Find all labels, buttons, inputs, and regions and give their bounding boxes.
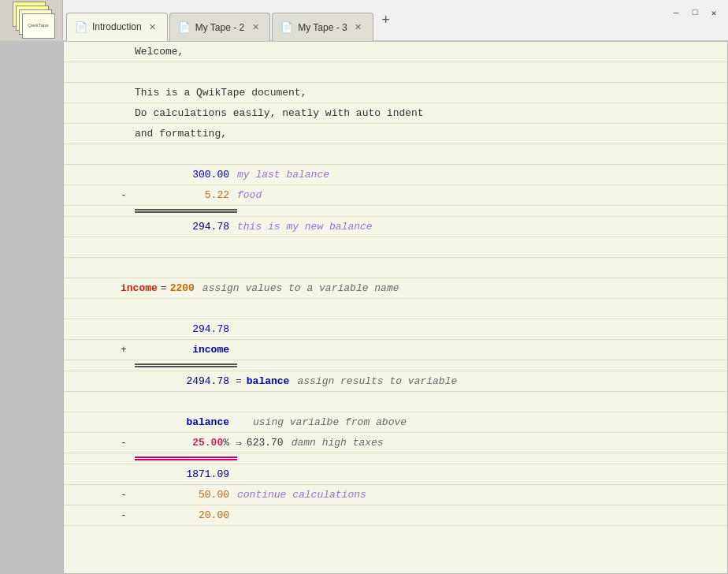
val-187109: 1871.09 [64, 468, 229, 480]
double-rule-pink [135, 457, 237, 460]
line-balance-ref: balance using varialbe from above [64, 412, 727, 433]
title-bar: QwikTape QwikTape QwikTape QwikTape 📄 In… [0, 0, 728, 41]
comment-last-balance: my last balance [237, 169, 329, 181]
val-522: 5.22 [64, 189, 229, 201]
comment-food: food [237, 189, 262, 201]
val-300: 300.00 [64, 169, 229, 181]
val-29478: 294.78 [64, 221, 229, 233]
comment-continue: continue calculations [237, 489, 366, 501]
line-desc2: Do calculations easily, neatly with auto… [64, 103, 727, 124]
line-rule-1 [64, 206, 727, 217]
comment-assign-result: assign results to variable [297, 375, 457, 387]
tab-my-tape-3[interactable]: 📄 My Tape - 3 ✕ [272, 13, 373, 41]
varname-income: income [121, 282, 158, 294]
tab-close-0[interactable]: ✕ [147, 20, 159, 33]
line-522: - 5.22 food [64, 185, 727, 206]
tab-doc-icon-2: 📄 [280, 21, 293, 33]
add-tab-button[interactable]: + [375, 9, 397, 32]
line-empty-2 [64, 144, 727, 165]
val-25pct-group: 25.00% [64, 437, 229, 449]
line-desc3: and formatting, [64, 124, 727, 144]
op-plus-1: + [121, 344, 127, 356]
tab-label-0: Introduction [92, 21, 142, 32]
eq-sign-income: = [161, 282, 167, 294]
document-area: ⚙ Welcome, This is a QwikTape document, … [63, 41, 728, 574]
op-minus-1: - [121, 189, 127, 201]
line-29478b: 294.78 [64, 319, 727, 340]
line-empty-6 [64, 392, 727, 412]
line-2000: - 20.00 [64, 505, 727, 526]
tab-close-1[interactable]: ✕ [249, 21, 262, 34]
op-minus-2: - [121, 437, 127, 449]
varref-income: income [64, 344, 229, 356]
line-187109: 1871.09 [64, 464, 727, 485]
op-minus-4: - [121, 509, 127, 521]
line-empty-1 [64, 62, 727, 83]
comment-using-var: using varialbe from above [253, 416, 407, 428]
close-button[interactable]: ✕ [708, 6, 720, 19]
op-minus-3: - [121, 489, 127, 501]
val-249478: 2494.78 [64, 375, 229, 387]
val-25: 25.00 [192, 437, 223, 449]
tabs-area: 📄 Introduction ✕ 📄 My Tape - 2 ✕ 📄 My Ta… [63, 0, 728, 40]
line-income-assign: income = 2200 assign values to a variabl… [64, 278, 727, 299]
text-desc3: and formatting, [135, 128, 227, 140]
tab-doc-icon-0: 📄 [75, 21, 87, 33]
varname-balance: balance [247, 375, 290, 387]
maximize-button[interactable]: □ [689, 6, 701, 19]
app-icon: QwikTape QwikTape QwikTape QwikTape [13, 2, 50, 39]
val-2000: 20.00 [64, 509, 229, 521]
tab-my-tape-2[interactable]: 📄 My Tape - 2 ✕ [169, 13, 270, 41]
val-62370: 623.70 [247, 437, 284, 449]
tab-introduction[interactable]: 📄 Introduction ✕ [66, 13, 168, 41]
varref-balance: balance [64, 416, 229, 428]
comment-new-balance: this is my new balance [237, 221, 373, 233]
document-content: Welcome, This is a QwikTape document, Do… [64, 42, 727, 526]
line-empty-4 [64, 258, 727, 278]
comment-taxes: damn high taxes [292, 437, 384, 449]
val-5000: 50.00 [64, 489, 229, 501]
eq-result: = [236, 375, 242, 387]
line-300: 300.00 my last balance [64, 165, 727, 185]
line-plus-income: + income [64, 340, 727, 360]
comment-assign-income: assign values to a variable name [202, 282, 399, 294]
tab-doc-icon-1: 📄 [178, 21, 191, 33]
window-controls: — □ ✕ [670, 6, 720, 19]
text-desc2: Do calculations easily, neatly with auto… [135, 107, 424, 119]
line-desc1: This is a QwikTape document, [64, 83, 727, 103]
text-desc1: This is a QwikTape document, [135, 87, 306, 99]
arrow-sign: ⇒ [236, 437, 242, 449]
val-2200: 2200 [170, 282, 195, 294]
line-5000: - 50.00 continue calculations [64, 485, 727, 505]
line-25pct: - 25.00% ⇒ 623.70 damn high taxes [64, 433, 727, 453]
line-empty-5 [64, 299, 727, 319]
line-29478: 294.78 this is my new balance [64, 217, 727, 237]
tab-label-1: My Tape - 2 [195, 22, 244, 33]
text-welcome: Welcome, [135, 46, 184, 58]
line-rule-2 [64, 360, 727, 371]
double-rule-1 [135, 209, 237, 213]
line-249478: 2494.78 = balance assign results to vari… [64, 371, 727, 392]
app-icon-area: QwikTape QwikTape QwikTape QwikTape [0, 0, 63, 40]
pct-sign: % [223, 437, 229, 449]
minimize-button[interactable]: — [670, 6, 682, 19]
tab-close-2[interactable]: ✕ [352, 21, 365, 34]
line-empty-3 [64, 237, 727, 258]
tab-label-2: My Tape - 3 [298, 22, 347, 33]
val-29478b: 294.78 [64, 323, 229, 335]
line-welcome: Welcome, [64, 42, 727, 62]
line-rule-pink [64, 453, 727, 464]
double-rule-2 [135, 363, 237, 367]
